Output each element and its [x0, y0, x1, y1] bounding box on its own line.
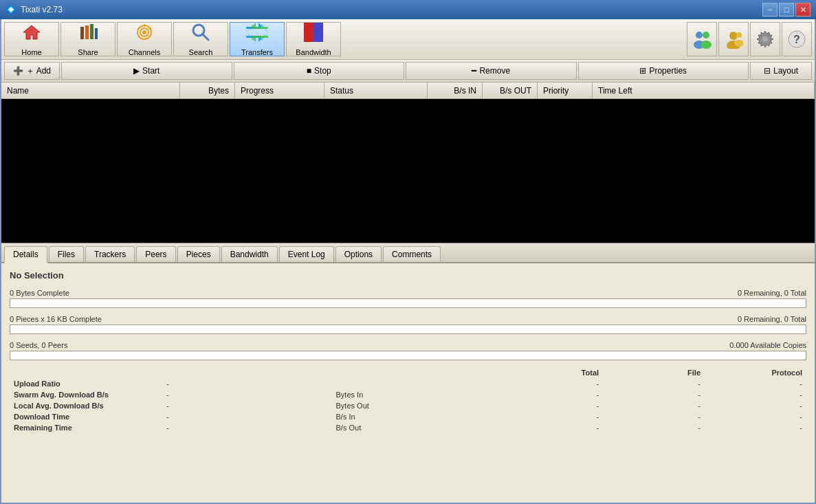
nav-share-button[interactable]: Share [60, 22, 115, 56]
nav-transfers-label: Transfers [241, 48, 273, 56]
remaining-time-value: - [162, 422, 332, 433]
minimize-button[interactable]: − [762, 3, 778, 17]
seeds-progress-bar [10, 351, 806, 360]
stats-row-upload-ratio: Upload Ratio - - - - [10, 378, 806, 389]
bsin-total: - [501, 411, 603, 422]
title-bar: Tixati v2.73 − □ ✕ [0, 0, 816, 19]
transfer-area[interactable] [1, 99, 815, 243]
stats-mid-1 [332, 378, 502, 389]
properties-button[interactable]: ⊞ Properties [578, 62, 749, 80]
detail-content: No Selection 0 Bytes Complete 0 Remainin… [1, 263, 815, 503]
home-icon [22, 23, 41, 45]
pieces-complete-label: 0 Pieces x 16 KB Complete [10, 315, 102, 323]
settings-icon-button[interactable] [750, 22, 780, 56]
bytes-complete-label: 0 Bytes Complete [10, 289, 69, 297]
svg-point-18 [696, 32, 703, 39]
nav-bandwidth-button[interactable]: Bandwidth [286, 22, 341, 56]
peers-icon-button[interactable] [687, 22, 717, 56]
svg-line-13 [203, 34, 208, 40]
local-avg-label: Local Avg. Download B/s [10, 400, 162, 411]
tab-bandwidth[interactable]: Bandwidth [221, 246, 278, 262]
transfers-icon [246, 23, 268, 45]
svg-point-24 [736, 32, 742, 38]
col-header-bytes: Bytes [180, 83, 235, 98]
title-text: Tixati v2.73 [21, 5, 63, 14]
details-panel: Details Files Trackers Peers Pieces Band… [1, 243, 815, 503]
table-header: Name Bytes Progress Status B/s IN B/s OU… [1, 83, 815, 99]
no-selection-label: No Selection [10, 270, 806, 281]
download-time-label: Download Time [10, 411, 162, 422]
remove-button[interactable]: ━ Remove [406, 62, 577, 80]
start-label: Start [142, 66, 159, 76]
bytes-in-file: - [603, 389, 705, 400]
seeds-peers-label: 0 Seeds, 0 Peers [10, 341, 67, 349]
bytes-progress-section: 0 Bytes Complete 0 Remaining, 0 Total [10, 289, 806, 308]
col-header-bsin: B/s IN [428, 83, 483, 98]
bytes-in-total: - [501, 389, 603, 400]
upload-ratio-protocol: - [705, 378, 806, 389]
stop-button[interactable]: ■ Stop [234, 62, 405, 80]
start-button[interactable]: ▶ Start [61, 62, 232, 80]
users-icon-button[interactable] [718, 22, 749, 56]
action-bar: ➕ ＋ Add ▶ Start ■ Stop ━ Remove ⊞ Proper… [1, 60, 815, 83]
maximize-button[interactable]: □ [779, 3, 794, 17]
nav-home-label: Home [21, 48, 41, 56]
tab-details[interactable]: Details [4, 246, 47, 263]
title-controls: − □ ✕ [762, 3, 811, 17]
properties-label: Properties [649, 66, 687, 76]
upload-ratio-total: - [501, 378, 603, 389]
add-button[interactable]: ➕ ＋ Add [4, 62, 60, 80]
toolbar: Home Share [1, 19, 815, 60]
svg-point-9 [142, 30, 146, 34]
nav-home-button[interactable]: Home [4, 22, 59, 56]
seeds-peers-right: 0.000 Available Copies [729, 341, 806, 349]
swarm-avg-label: Swarm Avg. Download B/s [10, 389, 162, 400]
svg-marker-15 [246, 23, 268, 42]
bsout-file: - [603, 422, 705, 433]
col-header-timeleft: Time Left [593, 83, 815, 98]
nav-transfers-button[interactable]: Transfers [230, 22, 285, 56]
help-icon-button[interactable]: ? [782, 22, 812, 56]
stats-mid-empty [332, 367, 502, 378]
bytes-in-protocol: - [705, 389, 806, 400]
channels-icon [135, 23, 154, 45]
stats-empty-header [10, 367, 162, 378]
tab-trackers[interactable]: Trackers [85, 246, 135, 262]
stats-empty-value [162, 367, 332, 378]
download-time-value: - [162, 411, 332, 422]
tab-eventlog[interactable]: Event Log [279, 246, 334, 262]
upload-ratio-file: - [603, 378, 705, 389]
layout-button[interactable]: ⊟ Layout [750, 62, 812, 80]
stop-label: Stop [314, 66, 331, 76]
nav-search-button[interactable]: Search [173, 22, 228, 56]
bsin-protocol: - [705, 411, 806, 422]
main-window: Home Share [0, 19, 816, 504]
nav-channels-button[interactable]: Channels [117, 22, 172, 56]
tab-comments[interactable]: Comments [383, 246, 441, 262]
settings-icon [756, 30, 775, 49]
pieces-label-row: 0 Pieces x 16 KB Complete 0 Remaining, 0… [10, 315, 806, 323]
local-avg-value: - [162, 400, 332, 411]
tab-options[interactable]: Options [335, 246, 382, 262]
svg-rect-3 [80, 27, 84, 39]
properties-icon: ⊞ [639, 66, 646, 76]
stats-row-local: Local Avg. Download B/s - Bytes Out - - … [10, 400, 806, 411]
bytes-in-label-cell: Bytes In [332, 389, 502, 400]
search-icon [191, 23, 210, 45]
app-icon [5, 4, 16, 15]
svg-point-21 [701, 41, 712, 49]
bsout-total: - [501, 422, 603, 433]
stats-row-download-time: Download Time - B/s In - - - [10, 411, 806, 422]
bytes-complete-right: 0 Remaining, 0 Total [738, 289, 806, 297]
tab-pieces[interactable]: Pieces [177, 246, 220, 262]
svg-point-19 [703, 32, 709, 39]
pieces-progress-bar [10, 325, 806, 334]
col-header-progress: Progress [235, 83, 324, 98]
start-icon: ▶ [133, 66, 140, 76]
svg-marker-2 [23, 25, 40, 39]
close-button[interactable]: ✕ [795, 3, 811, 17]
seeds-label-row: 0 Seeds, 0 Peers 0.000 Available Copies [10, 341, 806, 349]
tab-files[interactable]: Files [49, 246, 84, 262]
svg-rect-5 [90, 24, 93, 39]
tab-peers[interactable]: Peers [136, 246, 175, 262]
